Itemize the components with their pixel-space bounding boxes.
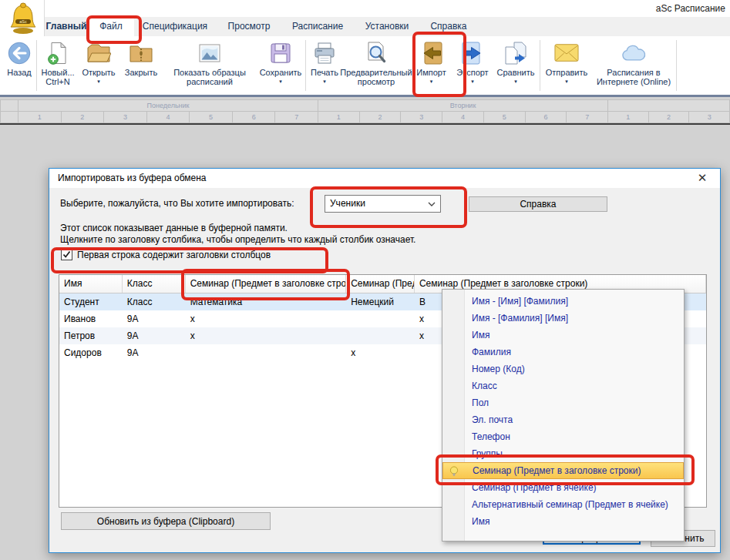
timetable-stub-cell [0,99,19,112]
toolbar-separator [676,40,677,91]
printer-icon [311,40,338,66]
timetable-period-cell: 1 [19,112,62,123]
timetable-period-cell: 7 [567,112,608,123]
ribbon-new-button[interactable]: Новый...Ctrl+N [38,36,78,95]
timetable-period-group: 1234567 [19,112,318,123]
table-cell: x [186,310,347,327]
ribbon-back-label: Назад [7,68,32,77]
column-header-1[interactable]: Имя [59,275,123,293]
menu-item[interactable]: Номер (Код) [442,360,684,377]
menubar-item-просмотр[interactable]: Просмотр [216,17,282,36]
ribbon-import-button[interactable]: Импорт▾ [410,36,452,95]
table-cell: Немецкий [346,293,415,310]
ribbon-compare-button[interactable]: Сравнить▾ [493,36,539,95]
cloud-icon [621,40,647,66]
dropdown-arrow-icon: ▾ [565,79,568,84]
timetable-period-cell: 3 [401,112,442,123]
dropdown-arrow-icon: ▾ [430,79,433,84]
table-cell: x [186,327,347,344]
timetable-period-cell: 5 [190,112,233,123]
import-type-select[interactable]: Ученики [325,195,441,213]
app-title: aSc Расписание [656,3,725,14]
asc-bell-logo-icon[interactable]: aSc [5,2,41,35]
menu-item[interactable]: Имя - [Фамилия] [Имя] [442,310,684,327]
menu-item[interactable]: Альтернативный семинар (Предмет в ячейке… [442,496,684,513]
timetable-day-name: Понедельник [19,99,318,112]
close-icon[interactable]: ✕ [694,169,711,188]
menu-item[interactable]: Семинар (Предмет в ячейке) [442,479,684,496]
menu-item[interactable]: Телефон [442,428,684,445]
ribbon-toolbar: НазадНовый...Ctrl+NОткрыть▾ЗакрытьПоказа… [0,36,730,97]
import-icon [419,40,445,66]
ribbon-open-button[interactable]: Открыть▾ [78,36,119,95]
menu-item-highlighted[interactable]: Семинар (Предмет в заголовке строки) [442,462,684,479]
table-cell: Иванов [59,310,123,327]
timetable-period-cell: 2 [360,112,402,123]
picture-icon [197,40,223,66]
open-folder-icon [86,40,112,66]
ribbon-export-button[interactable]: Экспорт▾ [452,36,493,95]
timetable-period-cell: 4 [147,112,190,123]
table-cell: 9А [123,327,186,344]
ribbon-preview-button[interactable]: Предварительныйпросмотр [342,36,410,95]
column-type-context-menu: Имя - [Имя] [Фамилия]Имя - [Фамилия] [Им… [442,289,685,542]
menu-item[interactable]: Группы [442,445,684,462]
timetable-period-group: 123 [608,112,730,123]
first-row-headers-checkbox-row[interactable]: Первая строка содержит заголовки столбцо… [61,249,271,260]
menu-item[interactable]: Класс [442,377,684,394]
ribbon-open-label: Открыть [82,68,115,77]
timetable-period-cell: 7 [275,112,318,123]
menu-item[interactable]: Пол [442,394,684,411]
ribbon-save-button[interactable]: Сохранить▾ [257,36,304,95]
timetable-header: ПонедельникВторник12345671234567123 [0,99,730,125]
timetable-period-cell: 2 [649,112,690,123]
dialog-titlebar[interactable]: Импортировать из буфера обмена ✕ [49,169,720,188]
checkbox-checked-icon[interactable] [61,249,72,260]
column-header-3[interactable]: Семинар (Предмет в заголовке строки) [186,275,347,293]
menubar-item-справка[interactable]: Справка [421,17,476,36]
ribbon-online-label: Расписания вИнтернете (Online) [597,68,671,86]
menu-item[interactable]: Имя - [Имя] [Фамилия] [442,293,684,310]
timetable-period-cell: 3 [104,112,147,123]
ribbon-close-button[interactable]: Закрыть [119,36,163,95]
ribbon-import-label: Импорт [416,68,446,77]
menubar-item-спецификация[interactable]: Спецификация [134,17,216,36]
timetable-period-cell: 6 [526,112,567,123]
dropdown-arrow-icon: ▾ [514,79,517,84]
help-button[interactable]: Справка [469,196,607,212]
table-cell: Математика [186,293,347,310]
menu-item[interactable]: Эл. почта [442,411,684,428]
menu-item[interactable]: Имя [442,327,684,344]
ribbon-send-label: Отправить [546,68,588,77]
import-type-label: Выберите, пожалуйста, что Вы хотите импо… [60,198,294,209]
refresh-from-clipboard-button[interactable]: Обновить из буфера (Clipboard) [61,512,271,530]
ribbon-online-button[interactable]: Расписания вИнтернете (Online) [592,36,675,95]
menu-item[interactable]: Имя [442,513,684,530]
menu-item[interactable]: Фамилия [442,344,684,360]
table-cell [186,344,347,361]
menubar-item-главный[interactable]: Главный [45,17,88,36]
column-header-4[interactable]: Семинар (Предм... [346,275,415,293]
menubar-item-расписание[interactable]: Расписание [282,17,353,36]
table-cell: Класс [123,293,186,310]
ribbon-print-button[interactable]: Печать▾ [307,36,342,95]
timetable-day-name [608,99,730,112]
menubar-item-файл[interactable]: Файл [88,17,134,36]
timetable-period-cell: 4 [442,112,484,123]
ribbon-send-button[interactable]: Отправить▾ [541,36,592,95]
export-icon [459,40,486,66]
toolbar-separator [540,40,540,91]
menubar-item-установки[interactable]: Установки [353,17,421,36]
column-header-2[interactable]: Класс [123,275,186,293]
table-cell: Петров [59,327,123,344]
svg-text:aSc: aSc [19,19,27,24]
chevron-down-icon [428,202,436,206]
ribbon-samples-button[interactable]: Показать образцырасписаний [163,36,257,95]
checkbox-label: Первая строка содержит заголовки столбцо… [77,250,271,260]
ribbon-new-label: Новый...Ctrl+N [41,68,74,86]
timetable-period-cell: 3 [689,112,730,123]
ribbon-back-button[interactable]: Назад [3,36,35,95]
zip-folder-icon [128,40,154,66]
app-window: aSc aSc Расписание ГлавныйФайлСпецификац… [0,0,730,560]
timetable-period-cell: 1 [608,112,649,123]
